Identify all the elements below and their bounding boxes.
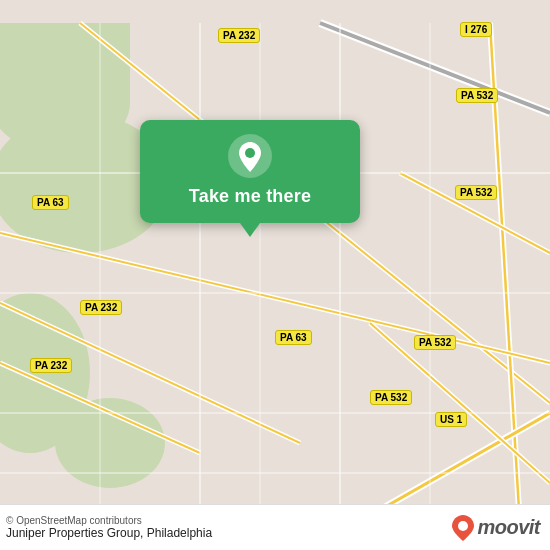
map-attribution: © OpenStreetMap contributors Juniper Pro…	[6, 515, 212, 540]
take-me-there-button[interactable]: Take me there	[189, 186, 311, 207]
moovit-pin-icon	[452, 515, 474, 541]
road-badge-pa532-bottom: PA 532	[370, 390, 412, 405]
road-badge-us1: US 1	[435, 412, 467, 427]
location-pin-icon	[228, 134, 272, 178]
moovit-logo: moovit	[452, 515, 540, 541]
road-badge-pa232-lower: PA 232	[30, 358, 72, 373]
popup-card: Take me there	[140, 120, 360, 223]
road-badge-pa232-mid: PA 232	[80, 300, 122, 315]
bottom-bar: © OpenStreetMap contributors Juniper Pro…	[0, 504, 550, 550]
svg-point-34	[245, 148, 255, 158]
road-badge-pa532-top: PA 532	[456, 88, 498, 103]
road-badge-i276: I 276	[460, 22, 492, 37]
map-container: PA 232 I 276 PA 532 PA 532 PA 532 PA 532…	[0, 0, 550, 550]
road-badge-pa532-lower: PA 532	[414, 335, 456, 350]
svg-point-35	[458, 521, 468, 531]
road-badge-pa232-top: PA 232	[218, 28, 260, 43]
moovit-text: moovit	[477, 516, 540, 539]
road-badge-pa63-left: PA 63	[32, 195, 69, 210]
road-badge-pa532-mid: PA 532	[455, 185, 497, 200]
road-badge-pa63-lower: PA 63	[275, 330, 312, 345]
